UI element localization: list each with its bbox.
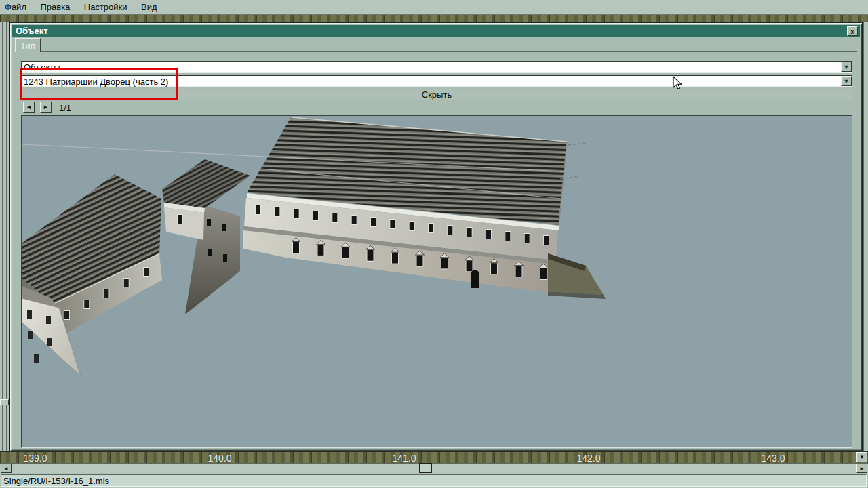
horizontal-scrollbar[interactable]: ◄ ► [0, 463, 868, 473]
middle-section [162, 159, 250, 314]
close-button[interactable]: x [847, 26, 858, 36]
tab-type-label: Тип [20, 41, 35, 51]
menu-bar: Файл Правка Настройки Вид [0, 0, 868, 15]
arrow-right-icon: ► [859, 466, 865, 472]
middle-gable-wall [164, 207, 204, 240]
tab-type[interactable]: Тип [15, 38, 41, 52]
menu-file[interactable]: Файл [0, 0, 32, 12]
arrow-left-icon: ◄ [26, 104, 32, 110]
model-viewport[interactable] [21, 115, 852, 448]
tab-divider [15, 51, 857, 52]
left-wing [22, 174, 162, 376]
hide-button-label: Скрыть [422, 89, 452, 100]
menu-view[interactable]: Вид [136, 0, 163, 12]
left-slider-thumb[interactable] [0, 399, 9, 405]
ruler-label: 141.0 [384, 453, 425, 463]
right-window-edge [863, 22, 868, 452]
left-window-edge [0, 22, 9, 463]
3d-model-preview [22, 116, 852, 448]
scroll-right-button[interactable]: ► [856, 464, 867, 473]
status-mission-path: Single/RU/I-153/I-16_1.mis [1, 474, 867, 487]
ruler-label: 139.0 [15, 453, 56, 463]
object-dropdown-button[interactable]: ▼ [841, 76, 852, 86]
chevron-down-icon: ▼ [844, 64, 850, 70]
pager-next-button[interactable]: ► [40, 102, 52, 113]
ruler-label: 140.0 [199, 453, 240, 463]
horizontal-scroll-thumb[interactable] [419, 463, 432, 473]
middle-roof [162, 159, 250, 208]
map-background-strip [0, 15, 868, 22]
ruler-label: 142.0 [568, 453, 609, 463]
status-bar: Single/RU/I-153/I-16_1.mis [0, 473, 868, 488]
dialog-title: Объект [16, 26, 48, 36]
ruler-label: 143.0 [753, 453, 793, 463]
category-dropdown-button[interactable]: ▼ [841, 62, 852, 72]
arrow-left-icon: ◄ [3, 466, 9, 472]
scroll-left-button[interactable]: ◄ [1, 464, 12, 473]
map-ruler: 139.0 140.0 141.0 142.0 143.0 [0, 451, 868, 463]
chevron-down-icon: ▼ [844, 78, 850, 85]
dialog-titlebar[interactable]: Объект [12, 25, 860, 37]
annotation-highlight-box [20, 68, 178, 100]
scroll-down-button[interactable]: ▼ [856, 452, 867, 462]
mouse-cursor [673, 76, 682, 90]
annex [548, 253, 606, 299]
close-icon: x [850, 27, 854, 35]
arrow-down-icon: ▼ [859, 454, 865, 460]
pager-prev-button[interactable]: ◄ [23, 102, 35, 113]
arrow-right-icon: ► [43, 104, 49, 110]
menu-edit[interactable]: Правка [35, 0, 75, 12]
pager-label: 1/1 [59, 103, 71, 113]
menu-settings[interactable]: Настройки [79, 0, 133, 12]
